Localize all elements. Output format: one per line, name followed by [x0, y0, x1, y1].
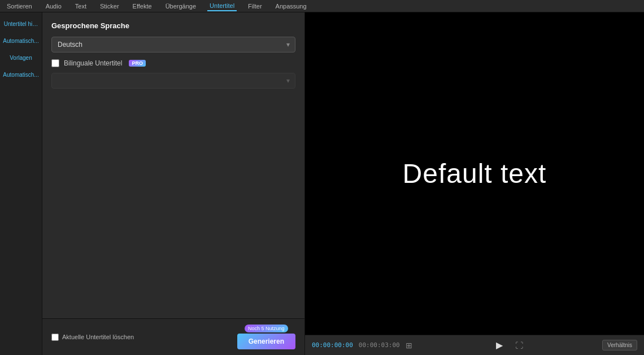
center-content: Gesprochene Sprache Deutsch Englisch Fra… — [42, 12, 304, 318]
delete-label: Aktuelle Untertitel löschen — [62, 334, 134, 340]
main-layout: Untertitel hi… Automatisch... Vorlagen A… — [0, 12, 644, 355]
menu-uebergaenge[interactable]: Übergänge — [163, 2, 198, 11]
bilingual-label: Bilinguale Untertitel — [64, 59, 122, 67]
preview-screen: Default text — [305, 12, 644, 335]
preview-text: Default text — [403, 158, 547, 189]
bilingual-select-wrapper — [51, 73, 295, 89]
time-current: 00:00:00:00 — [312, 341, 353, 349]
grid-icon[interactable]: ⊞ — [406, 341, 412, 350]
usage-badge: Noch 5 Nutzung — [245, 325, 288, 332]
menu-sortieren[interactable]: Sortieren — [5, 2, 34, 11]
sidebar-btn-auto2[interactable]: Automatisch... — [0, 68, 42, 82]
time-total: 00:00:03:00 — [359, 341, 400, 349]
language-select[interactable]: Deutsch Englisch Französisch — [51, 37, 295, 52]
language-group: Deutsch Englisch Französisch — [51, 37, 295, 52]
sidebar-btn-templates[interactable]: Vorlagen — [0, 51, 42, 65]
fullscreen-icon[interactable]: ⛶ — [515, 341, 523, 350]
menu-audio[interactable]: Audio — [43, 2, 64, 11]
center-panel: Gesprochene Sprache Deutsch Englisch Fra… — [42, 12, 305, 355]
preview-panel: Default text 00:00:00:00 00:00:03:00 ⊞ ▶… — [305, 12, 644, 355]
delete-row: Aktuelle Untertitel löschen — [51, 334, 134, 341]
menu-anpassung[interactable]: Anpassung — [273, 2, 309, 11]
ratio-button[interactable]: Verhältnis — [602, 340, 637, 350]
top-menu-bar: Sortieren Audio Text Sticker Effekte Übe… — [0, 0, 644, 12]
play-button[interactable]: ▶ — [491, 338, 507, 353]
generate-wrapper: Noch 5 Nutzung Generieren — [237, 325, 295, 349]
left-sidebar: Untertitel hi… Automatisch... Vorlagen A… — [0, 12, 42, 355]
menu-effekte[interactable]: Effekte — [130, 2, 154, 11]
bilingual-checkbox[interactable] — [51, 59, 59, 67]
generate-button[interactable]: Generieren — [237, 334, 295, 349]
menu-filter[interactable]: Filter — [246, 2, 264, 11]
language-select-wrapper: Deutsch Englisch Französisch — [51, 37, 295, 52]
pro-badge: PRO — [129, 60, 146, 67]
center-bottom-bar: Aktuelle Untertitel löschen Noch 5 Nutzu… — [42, 318, 304, 355]
menu-untertitel[interactable]: Untertitel — [207, 1, 237, 11]
bilingual-row: Bilinguale Untertitel PRO — [51, 59, 295, 67]
bilingual-language-select[interactable] — [51, 73, 295, 89]
sidebar-btn-auto1[interactable]: Automatisch... — [0, 34, 42, 49]
menu-text[interactable]: Text — [73, 2, 89, 11]
delete-checkbox[interactable] — [51, 334, 59, 341]
sidebar-btn-subtitle[interactable]: Untertitel hi… — [0, 17, 42, 32]
section-title: Gesprochene Sprache — [51, 21, 295, 30]
menu-sticker[interactable]: Sticker — [98, 2, 121, 11]
playback-bar: 00:00:00:00 00:00:03:00 ⊞ ▶ ⛶ Verhältnis — [305, 335, 644, 355]
